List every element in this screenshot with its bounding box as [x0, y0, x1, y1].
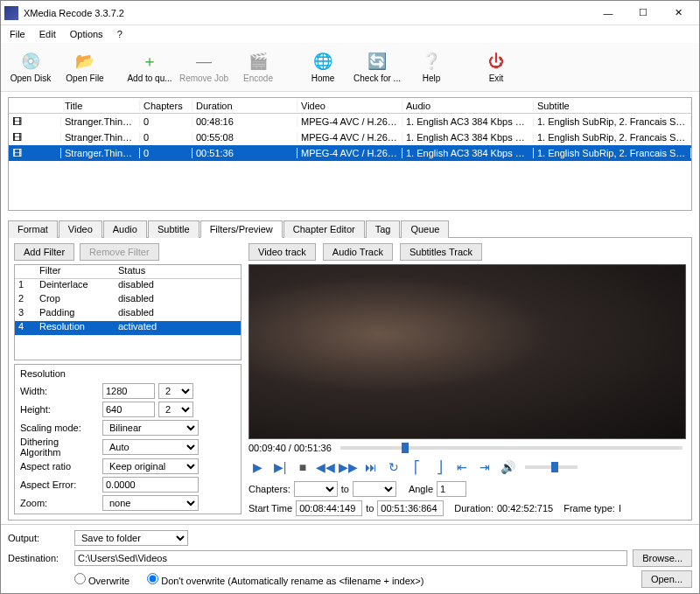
seek-slider[interactable] [340, 446, 682, 450]
keep-aspect-checkbox[interactable] [20, 514, 32, 514]
forward-icon[interactable]: ▶▶ [340, 458, 357, 476]
height-input[interactable] [102, 402, 155, 417]
tab-audio[interactable]: Audio [103, 220, 147, 238]
group-label: Resolution [20, 368, 235, 379]
menu-edit[interactable]: Edit [34, 27, 61, 41]
width-mul-select[interactable]: 2 [158, 383, 193, 399]
folder-icon: 📂 [74, 51, 95, 72]
mark-in-icon[interactable]: ⎡ [408, 458, 425, 476]
col-subtitle[interactable]: Subtitle [534, 101, 691, 111]
volume-slider[interactable] [525, 465, 578, 469]
height-mul-select[interactable]: 2 [158, 402, 193, 417]
main-panel: Add Filter Remove Filter FilterStatus 1D… [8, 238, 692, 521]
tab-subtitle[interactable]: Subtitle [148, 220, 200, 238]
add-queue-button[interactable]: ＋Add to qu... [123, 45, 176, 90]
overwrite-radio[interactable]: Overwrite [74, 573, 130, 586]
tab-queue[interactable]: Queue [401, 220, 449, 238]
end-time-input[interactable] [377, 500, 444, 516]
step-icon[interactable]: ⏭ [362, 458, 380, 476]
subtitle-track-button[interactable]: Subtitles Track [400, 243, 482, 261]
audio-track-button[interactable]: Audio Track [323, 243, 393, 261]
home-button[interactable]: 🌐Home [297, 45, 349, 90]
range-in-icon[interactable]: ⇤ [453, 458, 471, 476]
dont-overwrite-radio[interactable]: Don't overwrite (Automatically rename as… [147, 573, 424, 586]
menu-help[interactable]: ? [112, 27, 128, 41]
aspect-error-input[interactable] [102, 477, 199, 493]
globe-icon: 🌐 [312, 51, 333, 72]
app-icon [4, 6, 18, 20]
next-icon[interactable]: ▶| [271, 458, 289, 476]
rewind-icon[interactable]: ◀◀ [317, 458, 334, 476]
col-audio[interactable]: Audio [402, 101, 534, 111]
zoom-select[interactable]: none [102, 495, 199, 511]
remove-job-button: —Remove Job [178, 45, 230, 90]
check-updates-button[interactable]: 🔄Check for ... [351, 45, 403, 90]
start-time-input[interactable] [296, 500, 362, 516]
output-mode-select[interactable]: Save to folder [74, 530, 188, 546]
frame-type-value: I [619, 503, 621, 514]
help-icon: ❔ [421, 51, 442, 72]
maximize-button[interactable]: ☐ [626, 1, 661, 25]
range-out-icon[interactable]: ⇥ [476, 458, 494, 476]
chapter-to-select[interactable] [353, 481, 396, 497]
filter-row[interactable]: 3Paddingdisabled [15, 307, 241, 321]
mark-out-icon[interactable]: ⎦ [430, 458, 448, 476]
filter-row[interactable]: 1Deinterlacedisabled [15, 279, 241, 293]
window-title: XMedia Recode 3.3.7.2 [24, 8, 591, 18]
toolbar: 💿Open Disk 📂Open File ＋Add to qu... —Rem… [1, 43, 699, 92]
tabbar: FormatVideoAudioSubtitleFilters/PreviewC… [8, 220, 692, 238]
tab-video[interactable]: Video [59, 220, 102, 238]
refresh-icon: 🔄 [367, 51, 388, 72]
tab-format[interactable]: Format [8, 220, 58, 238]
table-row[interactable]: 🎞Stranger.Things...000:51:36MPEG-4 AVC /… [9, 145, 691, 161]
table-row[interactable]: 🎞Stranger.Things...000:48:16MPEG-4 AVC /… [9, 114, 691, 129]
titlebar: XMedia Recode 3.3.7.2 — ☐ ✕ [1, 1, 699, 25]
menu-file[interactable]: File [4, 27, 31, 41]
open-button[interactable]: Open... [641, 570, 692, 588]
destination-input[interactable] [74, 550, 627, 566]
remove-filter-button: Remove Filter [80, 243, 158, 261]
grid-header: Title Chapters Duration Video Audio Subt… [9, 98, 691, 114]
play-icon[interactable]: ▶ [248, 458, 266, 476]
menu-options[interactable]: Options [65, 27, 108, 41]
file-grid: Title Chapters Duration Video Audio Subt… [8, 97, 692, 211]
filter-table: FilterStatus 1Deinterlacedisabled2Cropdi… [14, 264, 242, 360]
menubar: File Edit Options ? [1, 25, 699, 43]
col-video[interactable]: Video [298, 101, 402, 111]
width-input[interactable] [102, 383, 155, 399]
output-panel: Output: Save to folder Destination: Brow… [1, 524, 699, 593]
help-button[interactable]: ❔Help [405, 45, 458, 90]
add-filter-button[interactable]: Add Filter [14, 243, 74, 261]
tab-filters-preview[interactable]: Filters/Preview [200, 220, 283, 238]
filter-row[interactable]: 4Resolutionactivated [15, 321, 241, 335]
tab-chapter-editor[interactable]: Chapter Editor [284, 220, 365, 238]
minimize-button[interactable]: — [591, 1, 626, 25]
exit-button[interactable]: ⏻Exit [470, 45, 522, 90]
col-title[interactable]: Title [61, 101, 140, 111]
chapter-from-select[interactable] [294, 481, 338, 497]
scaling-select[interactable]: Bilinear [102, 420, 199, 436]
tab-tag[interactable]: Tag [366, 220, 401, 238]
loop-icon[interactable]: ↻ [385, 458, 402, 476]
filter-row[interactable]: 2Cropdisabled [15, 293, 241, 307]
encode-button: 🎬Encode [232, 45, 284, 90]
exit-icon: ⏻ [486, 51, 507, 72]
video-track-button[interactable]: Video track [248, 243, 316, 261]
stop-icon[interactable]: ■ [294, 458, 312, 476]
open-disk-button[interactable]: 💿Open Disk [4, 45, 57, 90]
close-button[interactable]: ✕ [661, 1, 696, 25]
dither-select[interactable]: Auto [102, 439, 199, 455]
table-row[interactable]: 🎞Stranger.Things...000:55:08MPEG-4 AVC /… [9, 129, 691, 145]
col-chapters[interactable]: Chapters [140, 101, 192, 111]
angle-input[interactable] [437, 481, 466, 497]
resolution-group: Resolution Width:2 Height:2 Scaling mode… [14, 364, 242, 514]
duration-value: 00:42:52:715 [497, 503, 553, 514]
minus-icon: — [193, 51, 214, 72]
aspect-select[interactable]: Keep original [102, 458, 199, 474]
encode-icon: 🎬 [248, 51, 269, 72]
open-file-button[interactable]: 📂Open File [59, 45, 111, 90]
browse-button[interactable]: Browse... [633, 549, 692, 567]
col-duration[interactable]: Duration [192, 101, 298, 111]
volume-icon[interactable]: 🔊 [499, 458, 516, 476]
player-controls: ▶ ▶| ■ ◀◀ ▶▶ ⏭ ↻ ⎡ ⎦ ⇤ ⇥ 🔊 [248, 457, 686, 478]
